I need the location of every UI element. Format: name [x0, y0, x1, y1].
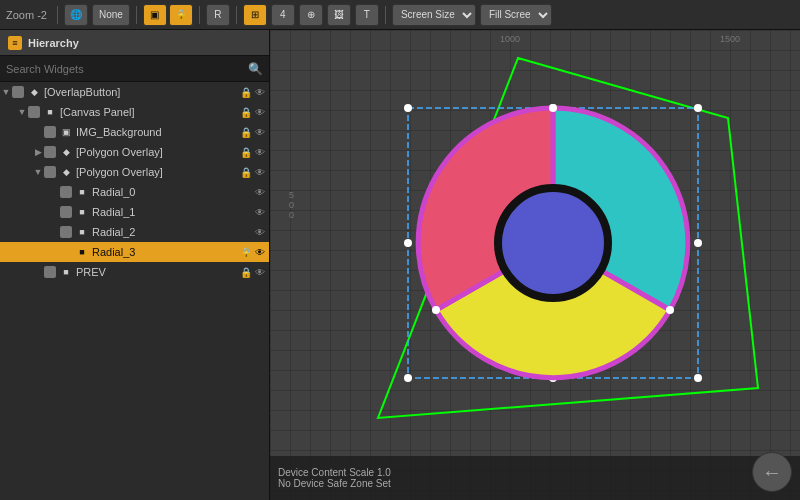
globe-btn[interactable]: 🌐: [64, 4, 88, 26]
grid-btn[interactable]: ⊞: [243, 4, 267, 26]
handle-br: [694, 374, 702, 382]
eye-icon-radial-3: 👁: [255, 247, 265, 258]
item-icons-img-bg: 🔒 👁: [240, 127, 265, 138]
item-icon-radial-2: ■: [75, 225, 89, 239]
tree-item-overlap-btn[interactable]: ▼ ◆ [OverlapButton] 🔒 👁: [0, 82, 269, 102]
lock-icon-polygon-overlay-2: 🔒: [240, 167, 252, 178]
tree-item-prev[interactable]: ■ PREV 🔒 👁: [0, 262, 269, 282]
sep1: [57, 6, 58, 24]
hierarchy-title: Hierarchy: [28, 37, 79, 49]
tree-item-radial-0[interactable]: ■ Radial_0 👁: [0, 182, 269, 202]
expand-arrow-overlap-btn[interactable]: ▼: [0, 87, 12, 97]
item-icon-img-bg: ▣: [59, 125, 73, 139]
eye-icon-canvas-panel: 👁: [255, 107, 265, 118]
color-strip-polygon-overlay-2: [44, 166, 56, 178]
pie-handle-right: [666, 306, 674, 314]
status-bar: Device Content Scale 1.0 No Device Safe …: [270, 456, 800, 500]
color-strip-radial-3: [60, 246, 72, 258]
hierarchy-panel-icon: ≡: [8, 36, 22, 50]
item-icon-radial-3: ■: [75, 245, 89, 259]
expand-arrow-polygon-overlay-1[interactable]: ▶: [32, 147, 44, 157]
tree-item-img-bg[interactable]: ▣ IMG_Background 🔒 👁: [0, 122, 269, 142]
hierarchy-panel: ≡ Hierarchy 🔍 ▼ ◆ [OverlapButton] 🔒 👁 ▼ …: [0, 30, 270, 500]
color-strip-overlap-btn: [12, 86, 24, 98]
pie-handle-top: [549, 104, 557, 112]
item-label-prev: PREV: [76, 266, 236, 278]
handle-bl: [404, 374, 412, 382]
tree-item-radial-2[interactable]: ■ Radial_2 👁: [0, 222, 269, 242]
item-icons-polygon-overlay-2: 🔒 👁: [240, 167, 265, 178]
search-input[interactable]: [6, 63, 244, 75]
canvas-area[interactable]: 1000 1500 5 0 0: [270, 30, 800, 500]
status-line2: No Device Safe Zone Set: [278, 478, 792, 489]
color-strip-radial-2: [60, 226, 72, 238]
tree-item-polygon-overlay-1[interactable]: ▶ ◆ [Polygon Overlay] 🔒 👁: [0, 142, 269, 162]
color-strip-polygon-overlay-1: [44, 146, 56, 158]
lock-icon-radial-3: 🔒: [240, 247, 252, 258]
plus-btn[interactable]: ⊕: [299, 4, 323, 26]
r-btn[interactable]: R: [206, 4, 230, 26]
item-label-radial-3: Radial_3: [92, 246, 236, 258]
expand-arrow-canvas-panel[interactable]: ▼: [16, 107, 28, 117]
expand-arrow-polygon-overlay-2[interactable]: ▼: [32, 167, 44, 177]
lock-btn[interactable]: 🔒: [169, 4, 193, 26]
screen-size-select[interactable]: Screen Size: [392, 4, 476, 26]
tree-item-canvas-panel[interactable]: ▼ ■ [Canvas Panel] 🔒 👁: [0, 102, 269, 122]
text-btn[interactable]: T: [355, 4, 379, 26]
tree-item-polygon-overlay-2[interactable]: ▼ ◆ [Polygon Overlay] 🔒 👁: [0, 162, 269, 182]
four-btn[interactable]: 4: [271, 4, 295, 26]
item-label-radial-1: Radial_1: [92, 206, 251, 218]
search-bar: 🔍: [0, 56, 269, 82]
item-icons-radial-2: 👁: [255, 227, 265, 238]
sep3: [199, 6, 200, 24]
eye-icon-polygon-overlay-2: 👁: [255, 167, 265, 178]
zoom-label: Zoom -2: [6, 9, 47, 21]
color-strip-canvas-panel: [28, 106, 40, 118]
hierarchy-tree: ▼ ◆ [OverlapButton] 🔒 👁 ▼ ■ [Canvas Pane…: [0, 82, 269, 500]
lock-icon-prev: 🔒: [240, 267, 252, 278]
image-btn[interactable]: 🖼: [327, 4, 351, 26]
item-icon-prev: ■: [59, 265, 73, 279]
pie-handle-left: [432, 306, 440, 314]
item-icons-canvas-panel: 🔒 👁: [240, 107, 265, 118]
item-icon-canvas-panel: ■: [43, 105, 57, 119]
color-strip-radial-1: [60, 206, 72, 218]
none-btn[interactable]: None: [92, 4, 130, 26]
fill-screen-select[interactable]: Fill Scree: [480, 4, 552, 26]
color-strip-radial-0: [60, 186, 72, 198]
item-label-img-bg: IMG_Background: [76, 126, 236, 138]
item-icon-radial-1: ■: [75, 205, 89, 219]
lock-icon-overlap-btn: 🔒: [240, 87, 252, 98]
eye-icon-overlap-btn: 👁: [255, 87, 265, 98]
handle-ml: [404, 239, 412, 247]
item-label-radial-0: Radial_0: [92, 186, 251, 198]
tree-item-radial-3[interactable]: ■ Radial_3 🔒 👁: [0, 242, 269, 262]
item-icon-polygon-overlay-1: ◆: [59, 145, 73, 159]
item-label-polygon-overlay-1: [Polygon Overlay]: [76, 146, 236, 158]
back-button[interactable]: ←: [752, 452, 792, 492]
item-label-canvas-panel: [Canvas Panel]: [60, 106, 236, 118]
hierarchy-header: ≡ Hierarchy: [0, 30, 269, 56]
item-icon-radial-0: ■: [75, 185, 89, 199]
handle-tr: [694, 104, 702, 112]
item-icons-polygon-overlay-1: 🔒 👁: [240, 147, 265, 158]
tree-item-radial-1[interactable]: ■ Radial_1 👁: [0, 202, 269, 222]
item-icons-overlap-btn: 🔒 👁: [240, 87, 265, 98]
sep5: [385, 6, 386, 24]
item-icons-prev: 🔒 👁: [240, 267, 265, 278]
item-icons-radial-3: 🔒 👁: [240, 247, 265, 258]
status-line1: Device Content Scale 1.0: [278, 467, 792, 478]
handle-mr: [694, 239, 702, 247]
search-icon: 🔍: [248, 62, 263, 76]
handle-tl: [404, 104, 412, 112]
toolbar-icon-group: ▣ 🔒: [143, 4, 193, 26]
item-icons-radial-1: 👁: [255, 207, 265, 218]
eye-icon-polygon-overlay-1: 👁: [255, 147, 265, 158]
lock-icon-polygon-overlay-1: 🔒: [240, 147, 252, 158]
color-strip-prev: [44, 266, 56, 278]
sep2: [136, 6, 137, 24]
sep4: [236, 6, 237, 24]
eye-icon-img-bg: 👁: [255, 127, 265, 138]
box-icon-btn[interactable]: ▣: [143, 4, 167, 26]
eye-icon-radial-2: 👁: [255, 227, 265, 238]
